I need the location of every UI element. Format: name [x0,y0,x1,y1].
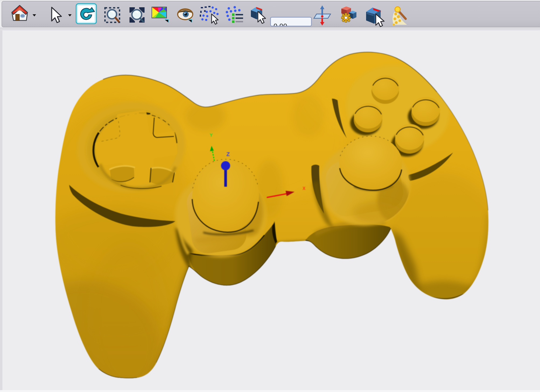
svg-text:Y: Y [210,133,213,138]
svg-text:Z: Z [226,151,230,157]
svg-text:X: X [303,186,306,191]
svg-text:0.00: 0.00 [273,22,287,28]
